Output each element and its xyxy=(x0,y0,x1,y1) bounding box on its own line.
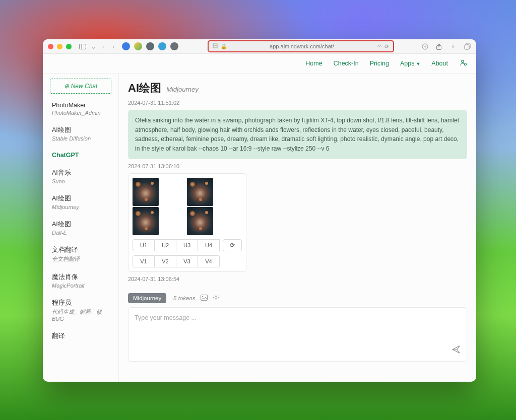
url-text: app.aimindwork.com/chat/ xyxy=(230,43,374,49)
reader-icon[interactable]: ᴬᴬ xyxy=(377,44,381,49)
svg-rect-6 xyxy=(465,45,469,49)
sidebar-item-subtitle: PhotoMaker_Admin xyxy=(52,110,109,116)
sidebar-item-subtitle: Suno xyxy=(52,178,109,184)
input-placeholder: Type your message ... xyxy=(135,314,197,321)
window-controls xyxy=(48,44,72,49)
forward-button[interactable]: › xyxy=(110,43,117,50)
sidebar-toggle-icon[interactable] xyxy=(79,42,87,50)
extension-icon[interactable] xyxy=(146,42,154,50)
model-badge[interactable]: Midjourney xyxy=(128,293,166,303)
token-cost-label: -5 tokens xyxy=(171,295,195,301)
tab-dropdown-icon[interactable]: ⌄ xyxy=(90,43,97,50)
downloads-icon[interactable] xyxy=(421,42,429,50)
browser-titlebar: ⌄ ‹ › 🔒 app.aimindwork.com/chat/ ᴬᴬ ⟳ xyxy=(43,39,476,54)
sidebar-item[interactable]: AI绘图Midjourney xyxy=(43,189,118,215)
sidebar-item-title: 魔法肖像 xyxy=(52,273,109,282)
result-image[interactable] xyxy=(187,207,213,235)
nav-pricing[interactable]: Pricing xyxy=(370,60,389,67)
browser-window: ⌄ ‹ › 🔒 app.aimindwork.com/chat/ ᴬᴬ ⟳ xyxy=(43,39,476,382)
app-nav: Home Check-In Pricing Apps▼ About xyxy=(43,54,476,74)
sidebar-item[interactable]: AI绘图Dall-E xyxy=(43,215,118,241)
svg-rect-0 xyxy=(80,44,86,49)
sidebar-item-title: AI绘图 xyxy=(52,194,109,203)
sidebar-item-title: AI绘图 xyxy=(52,220,109,229)
sidebar-item-title: ChatGPT xyxy=(52,152,109,159)
sidebar-item[interactable]: 程序员代码生成、解释、修BUG xyxy=(43,294,118,327)
extension-icon[interactable] xyxy=(158,42,166,50)
site-settings-icon[interactable] xyxy=(213,43,218,49)
result-image[interactable] xyxy=(133,207,159,235)
lock-icon: 🔒 xyxy=(221,44,227,49)
message-timestamp: 2024-07-31 13:06:54 xyxy=(128,276,467,282)
address-bar[interactable]: 🔒 app.aimindwork.com/chat/ ᴬᴬ ⟳ xyxy=(208,40,394,52)
sidebar-item[interactable]: 文档翻译全文档翻译 xyxy=(43,241,118,268)
sidebar-item[interactable]: PhotoMakerPhotoMaker_Admin xyxy=(43,97,118,121)
variation-button[interactable]: V4 xyxy=(198,255,220,267)
maximize-window-button[interactable] xyxy=(66,44,72,49)
sidebar-item[interactable]: AI绘图Stable Diffusion xyxy=(43,121,118,147)
reroll-button[interactable]: ⟳ xyxy=(223,239,242,251)
sidebar-item-subtitle: Dall-E xyxy=(52,230,109,236)
nav-home[interactable]: Home xyxy=(305,60,322,67)
image-grid[interactable] xyxy=(133,178,240,235)
plus-icon: ⊕ xyxy=(64,83,69,90)
user-menu-icon[interactable] xyxy=(459,59,467,68)
sidebar-item-title: 翻译 xyxy=(52,332,109,340)
variation-button[interactable]: V1 xyxy=(133,255,155,267)
new-tab-icon[interactable]: + xyxy=(449,42,457,50)
image-attach-icon[interactable] xyxy=(201,295,208,302)
minimize-window-button[interactable] xyxy=(57,44,62,49)
upscale-button[interactable]: U1 xyxy=(133,239,155,251)
tabs-overview-icon[interactable] xyxy=(463,42,471,50)
sidebar-item-title: 程序员 xyxy=(52,299,109,307)
extension-icon[interactable] xyxy=(170,42,178,50)
result-image[interactable] xyxy=(187,178,213,206)
sidebar-item-subtitle: Midjourney xyxy=(52,204,109,210)
sidebar-item-title: 文档翻译 xyxy=(52,246,109,254)
sidebar-item[interactable]: 翻译 xyxy=(43,327,118,345)
image-result-card: U1 U2 U3 U4 ⟳ V1 V2 V3 V4 xyxy=(128,173,246,272)
result-image[interactable] xyxy=(133,178,159,206)
sidebar-item-title: AI绘图 xyxy=(52,126,109,134)
svg-point-7 xyxy=(462,60,464,62)
upscale-button[interactable]: U2 xyxy=(155,239,176,251)
sidebar-item[interactable]: ChatGPT xyxy=(43,147,118,164)
upscale-button[interactable]: U3 xyxy=(176,239,198,251)
send-button[interactable] xyxy=(452,345,461,356)
sidebar-item[interactable]: AI音乐Suno xyxy=(43,164,118,189)
page-title: AI绘图 Midjourney xyxy=(128,81,467,96)
message-timestamp: 2024-07-31 13:06:10 xyxy=(128,163,467,169)
close-window-button[interactable] xyxy=(48,44,53,49)
variation-button[interactable]: V3 xyxy=(176,255,198,267)
share-icon[interactable] xyxy=(435,42,443,50)
sidebar-item-subtitle: Stable Diffusion xyxy=(52,135,109,142)
svg-point-8 xyxy=(465,63,467,65)
variation-button[interactable]: V2 xyxy=(155,255,176,267)
message-input[interactable]: Type your message ... xyxy=(128,307,467,362)
sidebar: ⊕ New Chat PhotoMakerPhotoMaker_AdminAI绘… xyxy=(43,74,118,382)
user-prompt-message: Ofelia sinking into the water in a swamp… xyxy=(128,110,467,159)
upscale-button[interactable]: U4 xyxy=(198,239,220,251)
chat-content: AI绘图 Midjourney 2024-07-31 11:51:02 Ofel… xyxy=(119,74,476,382)
variation-button-row: V1 V2 V3 V4 xyxy=(133,255,242,267)
extension-icon[interactable] xyxy=(134,42,142,50)
svg-point-10 xyxy=(202,296,203,297)
sidebar-item-subtitle: MagicPortrait xyxy=(52,283,109,289)
sidebar-item-subtitle: 代码生成、解释、修BUG xyxy=(52,308,109,322)
extension-icons xyxy=(122,42,178,50)
message-timestamp: 2024-07-31 11:51:02 xyxy=(128,100,467,106)
nav-checkin[interactable]: Check-In xyxy=(334,60,359,67)
settings-gear-icon[interactable] xyxy=(213,294,219,302)
sidebar-item[interactable]: 魔法肖像MagicPortrait xyxy=(43,268,118,294)
sidebar-item-title: AI音乐 xyxy=(52,169,109,177)
extension-icon[interactable] xyxy=(122,42,130,50)
back-button[interactable]: ‹ xyxy=(100,43,107,50)
nav-apps[interactable]: Apps▼ xyxy=(400,60,420,67)
new-chat-button[interactable]: ⊕ New Chat xyxy=(50,79,111,94)
page-subtitle: Midjourney xyxy=(166,86,199,93)
composer: Midjourney -5 tokens Type your message .… xyxy=(128,293,467,362)
reload-icon[interactable]: ⟳ xyxy=(384,43,389,50)
nav-about[interactable]: About xyxy=(431,60,448,67)
new-chat-label: New Chat xyxy=(71,83,98,90)
upscale-button-row: U1 U2 U3 U4 ⟳ xyxy=(133,239,242,251)
